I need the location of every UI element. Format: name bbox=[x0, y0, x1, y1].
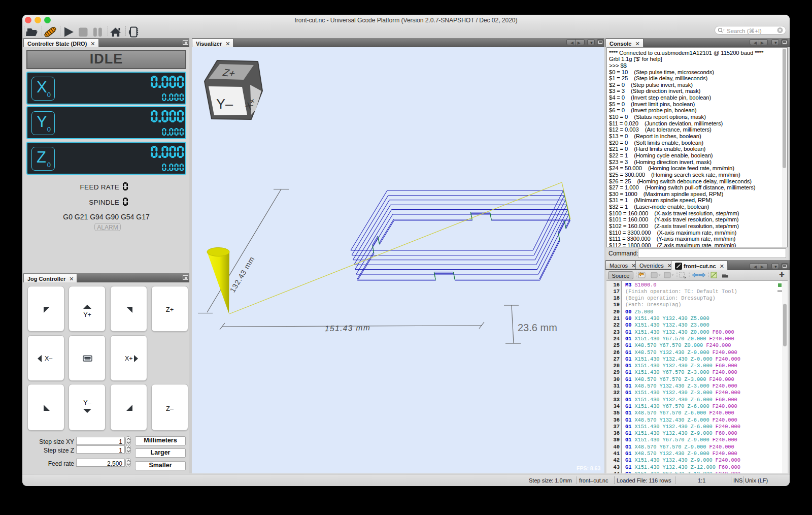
svg-text:23.6 mm: 23.6 mm bbox=[518, 322, 557, 333]
svg-text:X–: X– bbox=[45, 355, 52, 362]
svg-text:Y+: Y+ bbox=[83, 311, 91, 318]
svg-text:Y–: Y– bbox=[216, 96, 233, 112]
svg-text:Y–: Y– bbox=[83, 399, 91, 406]
svg-text:X+: X+ bbox=[125, 355, 133, 362]
svg-text:132.43 mm: 132.43 mm bbox=[228, 255, 256, 294]
svg-text:FPS: 8.63: FPS: 8.63 bbox=[577, 465, 600, 471]
svg-text:151.43 mm: 151.43 mm bbox=[325, 323, 370, 333]
